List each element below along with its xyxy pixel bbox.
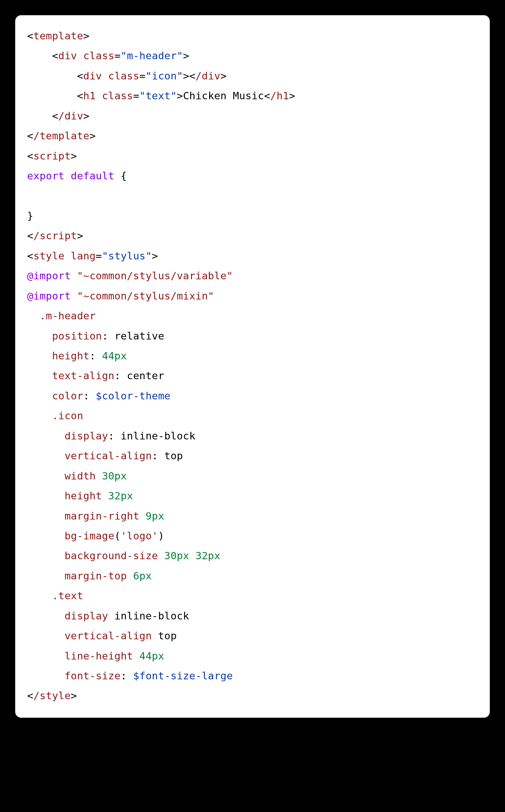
code-token — [102, 490, 108, 502]
code-token — [27, 670, 64, 682]
code-token — [27, 610, 64, 622]
code-token: > — [71, 690, 77, 701]
code-token: > — [90, 130, 96, 142]
code-token: 44px — [140, 650, 164, 662]
code-token: < — [264, 90, 270, 102]
code-token: /div — [58, 110, 83, 122]
code-token: template — [33, 30, 83, 42]
code-token: vertical-align — [64, 450, 152, 462]
code-token: display — [64, 610, 108, 622]
code-token: position — [52, 330, 102, 342]
code-token — [96, 90, 102, 102]
code-token: text-align — [52, 370, 114, 381]
code-token: } — [27, 210, 33, 222]
code-token: < — [27, 230, 33, 242]
code-token: lang — [71, 250, 96, 262]
code-token — [27, 330, 52, 342]
code-token — [27, 370, 52, 381]
code-token: ) — [158, 530, 164, 542]
code-token: "icon" — [145, 70, 183, 82]
code-token: { — [114, 170, 127, 182]
code-token — [27, 450, 64, 462]
code-token: : — [90, 350, 102, 362]
code-token: > — [152, 250, 158, 262]
code-token: 30px — [164, 550, 189, 562]
code-token: vertical-align — [64, 630, 152, 642]
code-token — [108, 610, 114, 622]
code-token: /script — [33, 230, 77, 242]
code-token — [71, 270, 77, 281]
code-token: 32px — [108, 490, 133, 502]
code-token: : — [83, 390, 96, 402]
code-token: > — [289, 90, 295, 102]
code-token: $color-theme — [96, 390, 171, 402]
code-token — [64, 250, 71, 262]
code-token: 'logo' — [121, 530, 158, 542]
code-token: "~common/stylus/variable" — [77, 270, 233, 281]
code-token: style — [33, 250, 64, 262]
code-token: = — [133, 90, 140, 102]
code-token: 44px — [102, 350, 127, 362]
code-token: < — [27, 130, 33, 142]
code-token: < — [27, 30, 33, 42]
code-token: = — [96, 250, 102, 262]
code-token: div — [83, 70, 102, 82]
code-token: "text" — [140, 90, 177, 102]
code-token: export — [27, 170, 64, 182]
code-token: @import — [27, 270, 71, 281]
code-token: bg-image — [64, 530, 114, 542]
code-token: < — [189, 70, 196, 82]
code-token: relative — [114, 330, 164, 342]
code-token: < — [52, 49, 58, 62]
code-token: > — [183, 70, 189, 82]
code-token: script — [33, 150, 71, 162]
code-token: font-size — [64, 670, 121, 682]
code-token: > — [220, 70, 227, 82]
code-token — [27, 470, 64, 482]
code-token: : — [121, 670, 133, 682]
code-token: ( — [114, 530, 121, 542]
code-token — [189, 550, 196, 562]
code-token — [158, 550, 164, 562]
code-token: : — [108, 430, 121, 442]
code-token — [27, 510, 64, 522]
code-token — [27, 570, 64, 582]
code-sheet: <template> <div class="m-header"> <div c… — [15, 15, 490, 718]
code-token: /div — [195, 70, 220, 82]
code-token: = — [114, 49, 121, 62]
code-token: < — [27, 690, 33, 701]
code-token: < — [52, 110, 58, 122]
code-token: 6px — [133, 570, 152, 582]
code-token: > — [77, 230, 83, 242]
code-token — [133, 650, 140, 662]
code-token: @import — [27, 290, 71, 302]
code-token — [71, 290, 77, 302]
code-token — [27, 350, 52, 362]
code-token — [27, 390, 52, 402]
code-block: <template> <div class="m-header"> <div c… — [27, 26, 478, 706]
code-token: top — [158, 630, 177, 642]
code-token — [27, 110, 52, 122]
code-token: /h1 — [270, 90, 289, 102]
code-token: class — [108, 70, 139, 82]
code-token — [27, 430, 64, 442]
code-token — [96, 470, 102, 482]
code-token — [27, 630, 64, 642]
code-token: default — [71, 170, 114, 182]
code-token: < — [77, 90, 83, 102]
code-token: < — [27, 250, 33, 262]
code-token — [102, 70, 108, 82]
code-token: color — [52, 390, 83, 402]
code-token: 32px — [195, 550, 220, 562]
code-token: center — [127, 370, 164, 381]
code-token: 30px — [102, 470, 127, 482]
code-token: $font-size-large — [133, 670, 233, 682]
code-token: inline-block — [121, 430, 195, 442]
code-token — [77, 49, 83, 62]
code-token: .m-header — [40, 310, 96, 322]
code-token: width — [64, 470, 96, 482]
code-token: "m-header" — [121, 49, 183, 62]
code-token: > — [177, 90, 183, 102]
code-token: class — [102, 90, 133, 102]
code-token: Chicken Music — [183, 90, 264, 102]
